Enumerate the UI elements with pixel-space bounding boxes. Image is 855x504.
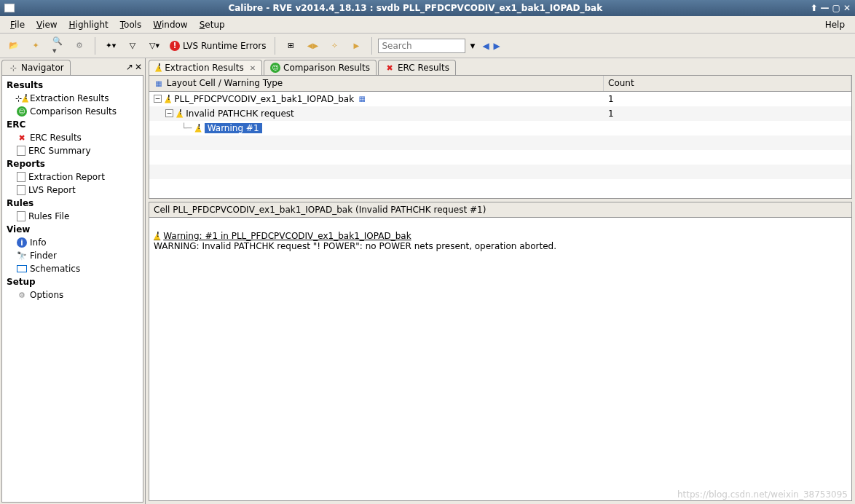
x-icon: ✖ xyxy=(17,133,27,143)
menu-highlight[interactable]: Highlight xyxy=(63,18,114,31)
search-prev[interactable]: ◀ xyxy=(482,41,489,51)
highlight-button[interactable]: ✦▾ xyxy=(101,36,120,55)
close-button[interactable]: ✕ xyxy=(843,3,851,13)
search-input[interactable] xyxy=(378,39,465,53)
highlight-icon: ✦▾ xyxy=(106,41,116,51)
nav-schematics[interactable]: Schematics xyxy=(2,262,143,275)
lvs-runtime-errors[interactable]: ! LVS Runtime Errors xyxy=(167,41,269,51)
menu-tools[interactable]: Tools xyxy=(114,18,148,31)
nav-options[interactable]: ⚙Options xyxy=(2,288,143,302)
pin-icon: ⊹ xyxy=(8,63,18,73)
nav-section-results: Results xyxy=(2,79,143,92)
doc-icon xyxy=(17,146,25,156)
nav-section-rules: Rules xyxy=(2,197,143,210)
gear-button[interactable]: ⚙ xyxy=(70,36,89,55)
nav-popout[interactable]: ↗ xyxy=(126,62,133,72)
gear-icon: ⚙ xyxy=(74,41,84,51)
smile-icon: ☺ xyxy=(17,106,27,117)
navigator-tab[interactable]: ⊹ Navigator xyxy=(1,60,71,75)
search-next[interactable]: ▶ xyxy=(494,41,500,51)
gear-icon: ⚙ xyxy=(17,290,27,300)
grid-button[interactable]: ⊞ xyxy=(281,36,300,55)
zoom-icon: 🔍▾ xyxy=(52,41,63,51)
window-title: Calibre - RVE v2014.4_18.13 : svdb PLL_P… xyxy=(20,3,811,13)
warn-icon xyxy=(194,123,201,133)
table-row[interactable]: − Invalid PATHCHK request 1 xyxy=(149,106,851,121)
table-row-empty xyxy=(149,150,851,165)
table-row-empty xyxy=(149,135,851,150)
open-button[interactable]: 📂 xyxy=(4,36,23,55)
tab-extraction-results[interactable]: Extraction Results ✕ xyxy=(149,60,262,75)
schematic-icon xyxy=(17,265,27,272)
toolbar: 📂 ✦ 🔍▾ ⚙ ✦▾ ▽ ▽▾ ! LVS Runtime Errors ⊞ … xyxy=(0,34,855,58)
menu-file[interactable]: File xyxy=(4,18,31,31)
nav-erc-results[interactable]: ✖ERC Results xyxy=(2,131,143,144)
nav-extraction-report[interactable]: Extraction Report xyxy=(2,170,143,184)
menubar: File View Highlight Tools Window Setup H… xyxy=(0,16,855,34)
center-icon: ✧ xyxy=(329,41,339,51)
center-button[interactable]: ✧ xyxy=(325,36,344,55)
detail-body: Warning: #1 in PLL_PFDCPVCODIV_ex1_bak1_… xyxy=(149,218,851,500)
table-row-empty xyxy=(149,165,851,179)
search-dropdown[interactable]: ▼ xyxy=(470,42,475,50)
binoculars-icon: 🔭 xyxy=(17,251,27,261)
filter-button[interactable]: ▽ xyxy=(123,36,142,55)
tabs-row: Extraction Results ✕ ☺ Comparison Result… xyxy=(146,58,855,75)
nav-finder[interactable]: 🔭Finder xyxy=(2,249,143,262)
filter2-icon: ▽▾ xyxy=(149,41,159,51)
window-controls: ⬆ — ▢ ✕ xyxy=(811,3,851,13)
col-header-count[interactable]: Count xyxy=(604,76,851,91)
expander[interactable]: − xyxy=(154,95,162,103)
arrows-right-button[interactable]: ▶ xyxy=(347,36,366,55)
doc-icon xyxy=(17,211,25,221)
table-row-selected[interactable]: └─ Warning #1 xyxy=(149,121,851,135)
warn-icon xyxy=(155,63,162,73)
filter2-button[interactable]: ▽▾ xyxy=(145,36,164,55)
navigator-panel: ⊹ Navigator ↗ ✕ Results ⊹Extraction Resu… xyxy=(0,58,146,504)
zoom-button[interactable]: 🔍▾ xyxy=(48,36,67,55)
warn-icon xyxy=(176,109,183,119)
menu-view[interactable]: View xyxy=(31,18,63,31)
nav-extraction-results[interactable]: ⊹Extraction Results xyxy=(2,92,143,105)
results-pane: ▦ Layout Cell / Warning Type Count − PLL… xyxy=(149,75,852,199)
tab-close[interactable]: ✕ xyxy=(250,64,256,72)
warn-icon xyxy=(154,231,160,241)
restore-button[interactable]: ⬆ xyxy=(811,3,818,13)
nav-lvs-report[interactable]: LVS Report xyxy=(2,184,143,197)
nav-rules-file[interactable]: Rules File xyxy=(2,210,143,223)
doc-icon xyxy=(17,185,25,195)
x-icon: ✖ xyxy=(385,63,395,73)
table-row[interactable]: − PLL_PFDCPVCODIV_ex1_bak1_IOPAD_bak ▦ 1 xyxy=(149,92,851,106)
error-icon: ! xyxy=(170,41,180,51)
menu-window[interactable]: Window xyxy=(147,18,193,31)
col-header-cell[interactable]: ▦ Layout Cell / Warning Type xyxy=(149,76,604,91)
nav-section-reports: Reports xyxy=(2,157,143,170)
nav-info[interactable]: iInfo xyxy=(2,236,143,249)
cell-icon: ▦ xyxy=(154,79,164,89)
cell-icon: ▦ xyxy=(357,94,367,104)
nav-erc-summary[interactable]: ERC Summary xyxy=(2,144,143,157)
nav-section-erc: ERC xyxy=(2,118,143,131)
app-icon xyxy=(4,4,15,12)
expander[interactable]: − xyxy=(165,109,173,117)
tab-erc-results[interactable]: ✖ ERC Results xyxy=(378,60,456,75)
minimize-button[interactable]: — xyxy=(821,3,830,13)
results-body: − PLL_PFDCPVCODIV_ex1_bak1_IOPAD_bak ▦ 1… xyxy=(149,92,851,199)
detail-pane: Cell PLL_PFDCPVCODIV_ex1_bak1_IOPAD_bak … xyxy=(149,202,852,501)
smile-icon: ☺ xyxy=(270,63,280,73)
maximize-button[interactable]: ▢ xyxy=(832,3,840,13)
tree-connector: └─ xyxy=(181,123,192,133)
arrows-left-icon: ◀▶ xyxy=(307,41,318,51)
menu-help[interactable]: Help xyxy=(819,18,851,31)
warn-icon xyxy=(165,94,171,104)
nav-comparison-results[interactable]: ☺Comparison Results xyxy=(2,105,143,118)
tab-comparison-results[interactable]: ☺ Comparison Results xyxy=(264,60,377,75)
menu-setup[interactable]: Setup xyxy=(194,18,231,31)
folder-icon: 📂 xyxy=(9,41,19,51)
arrows-button[interactable]: ◀▶ xyxy=(303,36,322,55)
filter-icon: ▽ xyxy=(127,41,138,51)
navigator-tree: Results ⊹Extraction Results ☺Comparison … xyxy=(1,75,143,503)
main-area: ⊹ Navigator ↗ ✕ Results ⊹Extraction Resu… xyxy=(0,58,855,504)
wand-button[interactable]: ✦ xyxy=(26,36,45,55)
nav-close[interactable]: ✕ xyxy=(135,62,142,72)
